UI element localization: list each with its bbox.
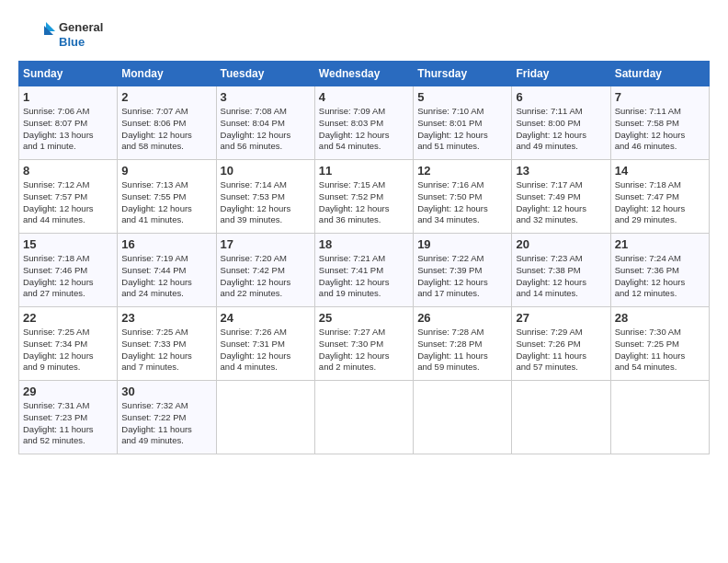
- logo: GeneralBlue: [18, 18, 103, 52]
- calendar-cell: 21Sunrise: 7:24 AM Sunset: 7:36 PM Dayli…: [610, 234, 709, 307]
- day-number: 15: [23, 237, 113, 251]
- day-info: Sunrise: 7:32 AM Sunset: 7:22 PM Dayligh…: [121, 400, 211, 447]
- day-info: Sunrise: 7:16 AM Sunset: 7:50 PM Dayligh…: [417, 179, 507, 226]
- day-info: Sunrise: 7:24 AM Sunset: 7:36 PM Dayligh…: [615, 253, 705, 300]
- calendar-cell: [216, 381, 314, 454]
- day-number: 4: [319, 90, 409, 104]
- day-info: Sunrise: 7:08 AM Sunset: 8:04 PM Dayligh…: [221, 106, 311, 153]
- day-number: 11: [319, 164, 409, 178]
- calendar-cell: [610, 381, 709, 454]
- col-header-sunday: Sunday: [19, 62, 118, 86]
- calendar-cell: 28Sunrise: 7:30 AM Sunset: 7:25 PM Dayli…: [610, 307, 709, 381]
- calendar-cell: 5Sunrise: 7:10 AM Sunset: 8:01 PM Daylig…: [414, 86, 512, 160]
- week-row-3: 15Sunrise: 7:18 AM Sunset: 7:46 PM Dayli…: [19, 234, 710, 307]
- calendar-cell: 25Sunrise: 7:27 AM Sunset: 7:30 PM Dayli…: [314, 307, 413, 381]
- col-header-wednesday: Wednesday: [314, 62, 413, 86]
- day-info: Sunrise: 7:18 AM Sunset: 7:46 PM Dayligh…: [23, 253, 113, 300]
- day-info: Sunrise: 7:25 AM Sunset: 7:33 PM Dayligh…: [121, 327, 211, 373]
- day-number: 17: [221, 237, 311, 251]
- calendar-cell: 17Sunrise: 7:20 AM Sunset: 7:42 PM Dayli…: [216, 234, 314, 307]
- day-number: 5: [417, 90, 507, 104]
- day-number: 26: [417, 311, 507, 325]
- calendar-cell: 26Sunrise: 7:28 AM Sunset: 7:28 PM Dayli…: [414, 307, 512, 381]
- day-info: Sunrise: 7:11 AM Sunset: 8:00 PM Dayligh…: [516, 106, 606, 153]
- day-info: Sunrise: 7:17 AM Sunset: 7:49 PM Dayligh…: [516, 179, 606, 226]
- calendar-cell: 30Sunrise: 7:32 AM Sunset: 7:22 PM Dayli…: [118, 381, 216, 454]
- day-info: Sunrise: 7:07 AM Sunset: 8:06 PM Dayligh…: [121, 106, 211, 153]
- calendar-cell: 29Sunrise: 7:31 AM Sunset: 7:23 PM Dayli…: [19, 381, 118, 454]
- day-info: Sunrise: 7:27 AM Sunset: 7:30 PM Dayligh…: [319, 327, 409, 373]
- day-info: Sunrise: 7:25 AM Sunset: 7:34 PM Dayligh…: [23, 327, 113, 373]
- logo-svg: [18, 18, 55, 52]
- calendar-cell: 9Sunrise: 7:13 AM Sunset: 7:55 PM Daylig…: [118, 160, 216, 234]
- col-header-thursday: Thursday: [414, 62, 512, 86]
- day-number: 2: [121, 90, 211, 104]
- day-info: Sunrise: 7:23 AM Sunset: 7:38 PM Dayligh…: [516, 253, 606, 300]
- week-row-2: 8Sunrise: 7:12 AM Sunset: 7:57 PM Daylig…: [19, 160, 710, 234]
- day-number: 21: [615, 237, 705, 251]
- calendar-table: SundayMondayTuesdayWednesdayThursdayFrid…: [18, 61, 710, 454]
- day-number: 12: [417, 164, 507, 178]
- calendar-cell: 10Sunrise: 7:14 AM Sunset: 7:53 PM Dayli…: [216, 160, 314, 234]
- calendar-cell: 8Sunrise: 7:12 AM Sunset: 7:57 PM Daylig…: [19, 160, 118, 234]
- calendar-cell: 13Sunrise: 7:17 AM Sunset: 7:49 PM Dayli…: [512, 160, 610, 234]
- calendar-cell: 3Sunrise: 7:08 AM Sunset: 8:04 PM Daylig…: [216, 86, 314, 160]
- calendar-cell: 1Sunrise: 7:06 AM Sunset: 8:07 PM Daylig…: [19, 86, 118, 160]
- calendar-cell: 19Sunrise: 7:22 AM Sunset: 7:39 PM Dayli…: [414, 234, 512, 307]
- day-number: 1: [23, 90, 113, 104]
- calendar-cell: 23Sunrise: 7:25 AM Sunset: 7:33 PM Dayli…: [118, 307, 216, 381]
- day-info: Sunrise: 7:28 AM Sunset: 7:28 PM Dayligh…: [417, 327, 507, 373]
- day-number: 8: [23, 164, 113, 178]
- day-info: Sunrise: 7:11 AM Sunset: 7:58 PM Dayligh…: [615, 106, 705, 153]
- day-info: Sunrise: 7:29 AM Sunset: 7:26 PM Dayligh…: [516, 327, 606, 373]
- header-row: SundayMondayTuesdayWednesdayThursdayFrid…: [19, 62, 710, 86]
- day-info: Sunrise: 7:22 AM Sunset: 7:39 PM Dayligh…: [417, 253, 507, 300]
- day-number: 16: [121, 237, 211, 251]
- calendar-cell: 18Sunrise: 7:21 AM Sunset: 7:41 PM Dayli…: [314, 234, 413, 307]
- day-number: 30: [121, 385, 211, 398]
- calendar-cell: 24Sunrise: 7:26 AM Sunset: 7:31 PM Dayli…: [216, 307, 314, 381]
- calendar-cell: 16Sunrise: 7:19 AM Sunset: 7:44 PM Dayli…: [118, 234, 216, 307]
- week-row-5: 29Sunrise: 7:31 AM Sunset: 7:23 PM Dayli…: [19, 381, 710, 454]
- day-info: Sunrise: 7:14 AM Sunset: 7:53 PM Dayligh…: [221, 179, 311, 226]
- day-info: Sunrise: 7:19 AM Sunset: 7:44 PM Dayligh…: [121, 253, 211, 300]
- day-number: 19: [417, 237, 507, 251]
- calendar-cell: 22Sunrise: 7:25 AM Sunset: 7:34 PM Dayli…: [19, 307, 118, 381]
- day-number: 6: [516, 90, 606, 104]
- day-number: 14: [615, 164, 705, 178]
- calendar-cell: 20Sunrise: 7:23 AM Sunset: 7:38 PM Dayli…: [512, 234, 610, 307]
- calendar-cell: 6Sunrise: 7:11 AM Sunset: 8:00 PM Daylig…: [512, 86, 610, 160]
- day-number: 27: [516, 311, 606, 325]
- logo-general: General: [59, 20, 103, 35]
- day-number: 22: [23, 311, 113, 325]
- day-number: 28: [615, 311, 705, 325]
- day-info: Sunrise: 7:09 AM Sunset: 8:03 PM Dayligh…: [319, 106, 409, 153]
- day-number: 29: [23, 385, 113, 398]
- week-row-4: 22Sunrise: 7:25 AM Sunset: 7:34 PM Dayli…: [19, 307, 710, 381]
- day-number: 13: [516, 164, 606, 178]
- calendar-cell: 2Sunrise: 7:07 AM Sunset: 8:06 PM Daylig…: [118, 86, 216, 160]
- calendar-cell: 15Sunrise: 7:18 AM Sunset: 7:46 PM Dayli…: [19, 234, 118, 307]
- col-header-saturday: Saturday: [610, 62, 709, 86]
- calendar-cell: 12Sunrise: 7:16 AM Sunset: 7:50 PM Dayli…: [414, 160, 512, 234]
- day-info: Sunrise: 7:20 AM Sunset: 7:42 PM Dayligh…: [221, 253, 311, 300]
- calendar-cell: 27Sunrise: 7:29 AM Sunset: 7:26 PM Dayli…: [512, 307, 610, 381]
- day-number: 24: [221, 311, 311, 325]
- calendar-cell: 14Sunrise: 7:18 AM Sunset: 7:47 PM Dayli…: [610, 160, 709, 234]
- calendar-cell: [512, 381, 610, 454]
- day-number: 23: [121, 311, 211, 325]
- calendar-cell: [314, 381, 413, 454]
- day-info: Sunrise: 7:10 AM Sunset: 8:01 PM Dayligh…: [417, 106, 507, 153]
- day-number: 7: [615, 90, 705, 104]
- calendar-cell: 4Sunrise: 7:09 AM Sunset: 8:03 PM Daylig…: [314, 86, 413, 160]
- day-number: 18: [319, 237, 409, 251]
- day-info: Sunrise: 7:18 AM Sunset: 7:47 PM Dayligh…: [615, 179, 705, 226]
- day-info: Sunrise: 7:21 AM Sunset: 7:41 PM Dayligh…: [319, 253, 409, 300]
- day-number: 3: [221, 90, 311, 104]
- day-info: Sunrise: 7:15 AM Sunset: 7:52 PM Dayligh…: [319, 179, 409, 226]
- week-row-1: 1Sunrise: 7:06 AM Sunset: 8:07 PM Daylig…: [19, 86, 710, 160]
- header: GeneralBlue: [18, 18, 710, 52]
- col-header-friday: Friday: [512, 62, 610, 86]
- calendar-cell: 7Sunrise: 7:11 AM Sunset: 7:58 PM Daylig…: [610, 86, 709, 160]
- logo-blue: Blue: [59, 35, 103, 50]
